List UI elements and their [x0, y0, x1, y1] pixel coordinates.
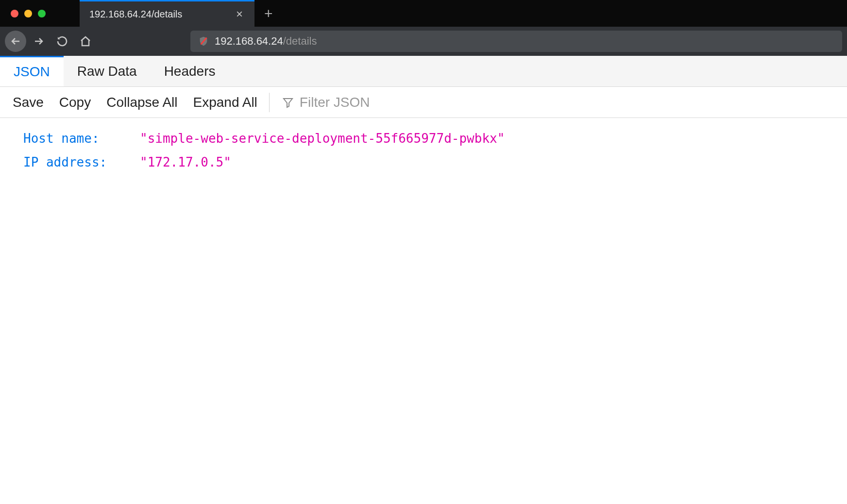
- url-host: 192.168.64.24: [215, 35, 283, 47]
- json-viewer-action-bar: Save Copy Collapse All Expand All: [0, 87, 847, 118]
- browser-tab[interactable]: 192.168.64.24/details ×: [80, 0, 254, 27]
- json-key[interactable]: IP address:: [23, 151, 140, 174]
- json-key[interactable]: Host name:: [23, 127, 140, 151]
- back-button[interactable]: [5, 31, 26, 52]
- window-minimize-button[interactable]: [24, 10, 32, 17]
- json-row: Host name: "simple-web-service-deploymen…: [23, 127, 847, 151]
- copy-button[interactable]: Copy: [51, 87, 99, 118]
- separator: [269, 93, 270, 112]
- tab-title: 192.168.64.24/details: [89, 9, 233, 20]
- window-close-button[interactable]: [11, 10, 18, 17]
- url-bar[interactable]: 192.168.64.24/details: [190, 31, 842, 52]
- browser-nav-bar: 192.168.64.24/details: [0, 27, 847, 56]
- collapse-all-button[interactable]: Collapse All: [99, 87, 185, 118]
- json-row: IP address: "172.17.0.5": [23, 151, 847, 174]
- security-shield-icon: [198, 36, 209, 47]
- svg-marker-3: [284, 99, 292, 107]
- url-path: /details: [283, 35, 317, 47]
- save-button[interactable]: Save: [0, 87, 51, 118]
- forward-button[interactable]: [28, 31, 50, 52]
- window-maximize-button[interactable]: [38, 10, 46, 17]
- filter-json-input[interactable]: [300, 95, 445, 110]
- json-viewer-tabs: JSON Raw Data Headers: [0, 56, 847, 87]
- json-body: Host name: "simple-web-service-deploymen…: [0, 118, 847, 175]
- funnel-icon: [282, 97, 294, 108]
- new-tab-button[interactable]: +: [264, 5, 273, 22]
- arrow-left-icon: [10, 35, 21, 47]
- expand-all-button[interactable]: Expand All: [186, 87, 265, 118]
- arrow-right-icon: [33, 35, 45, 47]
- tab-raw-data[interactable]: Raw Data: [64, 56, 151, 86]
- url-text: 192.168.64.24/details: [215, 35, 317, 48]
- traffic-lights: [0, 10, 46, 17]
- window-titlebar: 192.168.64.24/details × +: [0, 0, 847, 27]
- home-button[interactable]: [75, 31, 96, 52]
- json-value: "172.17.0.5": [140, 151, 231, 174]
- reload-icon: [56, 35, 68, 47]
- reload-button[interactable]: [51, 31, 73, 52]
- tab-json[interactable]: JSON: [0, 56, 64, 86]
- tab-headers[interactable]: Headers: [151, 56, 229, 86]
- close-tab-icon[interactable]: ×: [233, 7, 246, 21]
- home-icon: [80, 35, 91, 47]
- filter-wrap: [273, 95, 847, 110]
- json-value: "simple-web-service-deployment-55f665977…: [140, 127, 505, 151]
